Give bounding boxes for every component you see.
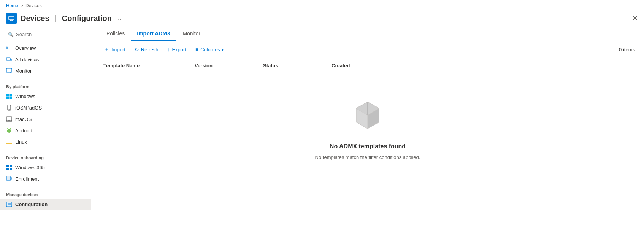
search-icon: 🔍: [8, 32, 14, 37]
sidebar-item-label: iOS/iPadOS: [15, 105, 42, 111]
plus-icon: ＋: [104, 46, 109, 53]
sidebar-divider: [0, 78, 91, 78]
windows-icon: [6, 93, 12, 99]
section-label-manage: Manage devices: [0, 188, 91, 199]
sidebar-item-label: macOS: [15, 116, 32, 122]
col-version: Version: [192, 61, 260, 70]
devices-icon: [6, 13, 17, 24]
svg-rect-26: [6, 165, 9, 167]
svg-rect-30: [7, 176, 10, 181]
table-area: Template Name Version Status Created: [91, 58, 644, 227]
sidebar-item-enrollment[interactable]: Enrollment: [0, 173, 91, 184]
columns-button[interactable]: ≡ Columns ▾: [192, 44, 227, 54]
sidebar-item-ios[interactable]: iOS/iPadOS: [0, 102, 91, 113]
svg-rect-13: [10, 97, 12, 99]
svg-rect-12: [6, 97, 9, 99]
sidebar-item-label: Overview: [15, 45, 36, 51]
sidebar: 🔍 ℹ Overview All devices: [0, 27, 91, 227]
more-options-icon[interactable]: ...: [118, 15, 123, 22]
svg-point-23: [8, 130, 8, 131]
sidebar-item-label: Linux: [15, 139, 27, 145]
sidebar-item-all-devices[interactable]: All devices: [0, 54, 91, 65]
svg-rect-20: [7, 130, 11, 132]
sidebar-item-label: Enrollment: [15, 176, 39, 182]
tab-policies[interactable]: Policies: [100, 27, 131, 41]
page-title: Devices: [21, 14, 49, 23]
svg-line-22: [10, 128, 11, 129]
configuration-icon: [6, 201, 12, 207]
breadcrumb: Home > Devices: [0, 0, 644, 11]
col-status: Status: [260, 61, 328, 70]
empty-state-title: No ADMX templates found: [330, 143, 406, 150]
enrollment-icon: [6, 176, 12, 182]
export-button[interactable]: ↓ Export: [163, 44, 190, 54]
content-area: Policies Import ADMX Monitor ＋ Import ↻ …: [91, 27, 644, 227]
tab-import-admx[interactable]: Import ADMX: [131, 27, 176, 41]
main-layout: 🔍 ℹ Overview All devices: [0, 27, 644, 227]
breadcrumb-current: Devices: [25, 3, 42, 8]
svg-rect-11: [10, 94, 12, 96]
refresh-button[interactable]: ↻ Refresh: [131, 44, 162, 54]
chevron-down-icon: ▾: [222, 48, 224, 52]
ios-icon: [6, 105, 12, 111]
col-created: Created: [328, 61, 635, 70]
monitor-icon: [6, 68, 12, 74]
empty-state: No ADMX templates found No templates mat…: [100, 73, 635, 183]
svg-rect-31: [10, 178, 12, 179]
android-icon: [6, 127, 12, 133]
sidebar-item-configuration[interactable]: Configuration: [0, 199, 91, 210]
sidebar-item-windows[interactable]: Windows: [0, 91, 91, 102]
page-header: Devices | Configuration ... ✕: [0, 11, 644, 27]
sidebar-item-label: Monitor: [15, 68, 32, 74]
import-button[interactable]: ＋ Import: [100, 44, 129, 55]
section-label-onboarding: Device onboarding: [0, 151, 91, 162]
toolbar: ＋ Import ↻ Refresh ↓ Export ≡ Columns ▾ …: [91, 41, 644, 58]
info-icon: ℹ: [6, 45, 12, 51]
windows365-icon: [6, 164, 12, 170]
export-icon: ↓: [167, 46, 170, 52]
section-label-by-platform: By platform: [0, 80, 91, 91]
svg-rect-6: [6, 68, 12, 72]
sidebar-item-android[interactable]: Android: [0, 125, 91, 136]
sidebar-item-overview[interactable]: ℹ Overview: [0, 42, 91, 54]
sidebar-item-label: Windows: [15, 94, 35, 99]
refresh-icon: ↻: [135, 46, 139, 52]
breadcrumb-separator: >: [21, 3, 23, 8]
sidebar-divider-2: [0, 149, 91, 149]
columns-icon: ≡: [195, 46, 198, 52]
svg-rect-4: [6, 58, 10, 60]
svg-rect-25: [6, 143, 12, 144]
close-button[interactable]: ✕: [632, 14, 638, 22]
all-devices-icon: [6, 56, 12, 62]
sidebar-item-label: All devices: [15, 57, 39, 62]
sidebar-item-monitor[interactable]: Monitor: [0, 65, 91, 76]
search-box[interactable]: 🔍: [5, 30, 86, 39]
svg-rect-27: [10, 165, 12, 167]
sidebar-divider-3: [0, 186, 91, 186]
tabs: Policies Import ADMX Monitor: [91, 27, 644, 41]
svg-rect-29: [10, 168, 12, 170]
page-subtitle: Configuration: [62, 14, 112, 23]
svg-line-21: [8, 128, 8, 129]
svg-rect-28: [6, 168, 9, 170]
macos-icon: [6, 116, 12, 122]
tab-monitor[interactable]: Monitor: [176, 27, 206, 41]
sidebar-item-macos[interactable]: macOS: [0, 113, 91, 125]
sidebar-item-label: Configuration: [15, 202, 48, 207]
search-input[interactable]: [16, 32, 83, 37]
svg-rect-10: [6, 94, 9, 96]
sidebar-item-linux[interactable]: Linux: [0, 136, 91, 148]
svg-rect-0: [9, 16, 14, 20]
breadcrumb-home[interactable]: Home: [6, 3, 18, 8]
linux-icon: [6, 139, 12, 145]
svg-rect-5: [10, 59, 12, 60]
sidebar-item-label: Windows 365: [15, 165, 45, 170]
svg-point-24: [10, 130, 10, 131]
table-header: Template Name Version Status Created: [100, 58, 635, 73]
sidebar-item-windows365[interactable]: Windows 365: [0, 162, 91, 173]
empty-state-description: No templates match the filter conditions…: [315, 154, 420, 160]
item-count: 0 items: [619, 47, 635, 52]
empty-state-icon: [349, 96, 387, 135]
svg-rect-32: [6, 202, 12, 207]
sidebar-item-label: Android: [15, 128, 32, 133]
